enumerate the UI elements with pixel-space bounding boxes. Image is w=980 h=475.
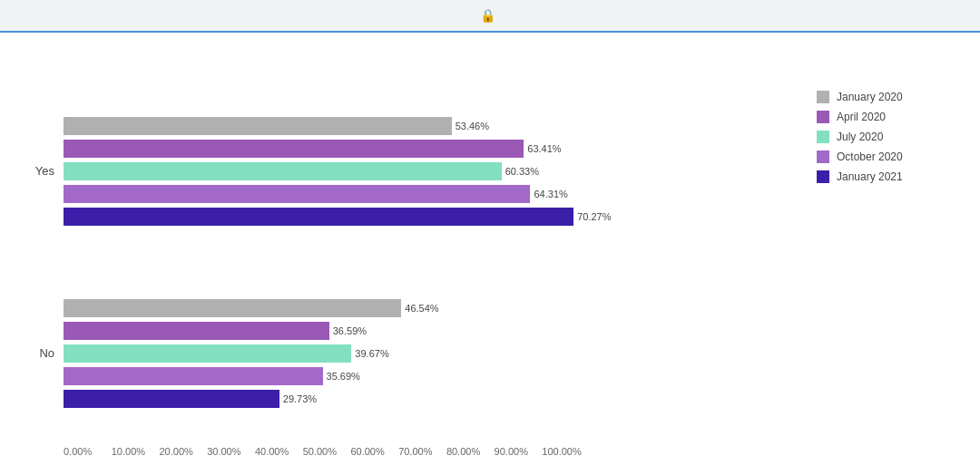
x-tick: 10.00%: [112, 446, 160, 457]
bar: [64, 162, 502, 180]
bar-row: 46.54%: [64, 298, 789, 318]
legend-swatch: [817, 91, 829, 103]
x-tick: 90.00%: [495, 446, 543, 457]
legend-swatch: [817, 150, 829, 163]
legend-label: July 2020: [837, 131, 883, 143]
bar-value-label: 53.46%: [456, 121, 489, 131]
bar-groups: Yes53.46%63.41%60.33%64.31%70.27%No46.54…: [18, 82, 789, 446]
bar-value-label: 60.33%: [505, 166, 539, 177]
x-tick: 20.00%: [159, 446, 207, 457]
legend-label: January 2020: [837, 91, 903, 103]
bar-value-label: 36.59%: [333, 325, 367, 336]
bar-row: 39.67%: [64, 344, 789, 364]
legend-label: January 2021: [837, 170, 903, 183]
legend-swatch: [817, 111, 829, 123]
bar: [64, 299, 401, 317]
bar-value-label: 70.27%: [577, 211, 611, 222]
bar: [64, 140, 524, 158]
bar-row: 60.33%: [64, 161, 789, 181]
chart-container: Yes53.46%63.41%60.33%64.31%70.27%No46.54…: [0, 33, 980, 475]
legend-label: April 2020: [837, 111, 886, 123]
bar-value-label: 29.73%: [283, 393, 317, 404]
bar-row: 35.69%: [64, 366, 789, 386]
bar-value-label: 46.54%: [405, 303, 438, 314]
bar-row: 64.31%: [64, 184, 789, 204]
bar-value-label: 39.67%: [355, 348, 388, 359]
x-tick: 80.00%: [446, 446, 495, 457]
bar-value-label: 64.31%: [534, 189, 567, 199]
y-label: No: [18, 346, 54, 360]
legend-item: July 2020: [817, 131, 962, 143]
bar-row: 63.41%: [64, 139, 789, 159]
x-tick: 60.00%: [350, 446, 398, 457]
legend-swatch: [817, 131, 829, 143]
x-tick: 0.00%: [64, 446, 112, 457]
chart-area: Yes53.46%63.41%60.33%64.31%70.27%No46.54…: [18, 82, 789, 457]
legend-swatch: [817, 170, 829, 183]
x-tick: 40.00%: [255, 446, 303, 457]
browser-bar: 🔒: [0, 0, 980, 33]
chart-body: Yes53.46%63.41%60.33%64.31%70.27%No46.54…: [18, 82, 962, 457]
bar-group-no: No46.54%36.59%39.67%35.69%29.73%: [18, 298, 789, 409]
bar: [64, 322, 329, 340]
bar-value-label: 35.69%: [327, 371, 360, 382]
bar-value-label: 63.41%: [527, 143, 561, 154]
legend-item: January 2020: [817, 91, 962, 103]
bars-group: 46.54%36.59%39.67%35.69%29.73%: [64, 298, 789, 409]
bar-group-yes: Yes53.46%63.41%60.33%64.31%70.27%: [18, 116, 789, 227]
bars-group: 53.46%63.41%60.33%64.31%70.27%: [64, 116, 789, 227]
y-label: Yes: [18, 164, 54, 178]
x-axis: 0.00%10.00%20.00%30.00%40.00%50.00%60.00…: [64, 446, 590, 457]
bar-row: 70.27%: [64, 207, 789, 227]
bar: [64, 117, 452, 135]
bar: [64, 185, 530, 203]
legend: January 2020April 2020July 2020October 2…: [817, 82, 962, 183]
x-tick: 100.00%: [542, 446, 590, 457]
legend-label: October 2020: [837, 150, 903, 163]
bar-row: 36.59%: [64, 321, 789, 341]
bar-row: 53.46%: [64, 116, 789, 136]
bar: [64, 367, 323, 385]
x-tick: 50.00%: [303, 446, 351, 457]
x-tick: 70.00%: [398, 446, 446, 457]
lock-icon: 🔒: [480, 8, 495, 23]
bar: [64, 390, 279, 408]
legend-item: October 2020: [817, 150, 962, 163]
bar-row: 29.73%: [64, 389, 789, 409]
bar: [64, 208, 573, 226]
legend-item: January 2021: [817, 170, 962, 183]
x-tick: 30.00%: [207, 446, 255, 457]
legend-item: April 2020: [817, 111, 962, 123]
bar: [64, 344, 351, 363]
